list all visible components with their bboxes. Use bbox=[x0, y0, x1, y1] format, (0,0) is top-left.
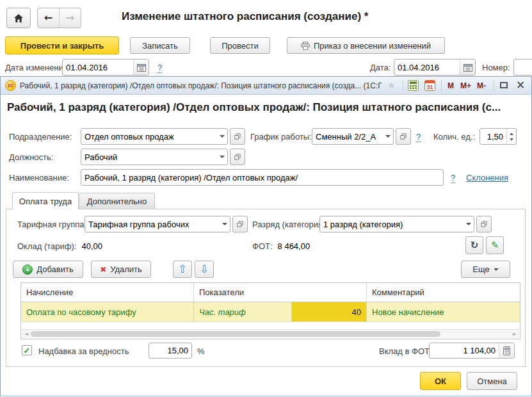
memory-m-plus-button[interactable]: M+ bbox=[460, 77, 471, 94]
close-button[interactable]: × bbox=[516, 79, 525, 90]
post-and-close-button[interactable]: Провести и закрыть bbox=[5, 36, 119, 54]
fot-contribution-field[interactable]: 1 104,00 bbox=[429, 343, 515, 359]
grade-open-button[interactable] bbox=[476, 216, 492, 232]
dropdown-button[interactable] bbox=[216, 149, 227, 165]
column-header-indicators[interactable]: Показатели bbox=[194, 283, 367, 302]
more-button[interactable]: Еще bbox=[461, 261, 510, 278]
name-help-link[interactable]: ? bbox=[451, 173, 455, 183]
cell-indicator-name[interactable]: Час. тариф bbox=[194, 302, 292, 322]
delete-row-button[interactable]: ✖ Удалить bbox=[91, 261, 151, 278]
save-button[interactable]: Записать bbox=[130, 37, 190, 54]
change-order-button[interactable]: Приказ о внесении изменений bbox=[287, 37, 445, 54]
scrollbar-thumb[interactable] bbox=[31, 331, 440, 337]
chevron-down-icon bbox=[494, 268, 499, 273]
hazard-percent-value: 15,00 bbox=[149, 343, 191, 358]
cell-accrual[interactable]: Оплата по часовому тарифу bbox=[21, 302, 194, 322]
move-down-button[interactable]: ⇩ bbox=[195, 261, 214, 278]
change-date-value: 01.04.2016 bbox=[63, 60, 133, 75]
spin-down-icon bbox=[510, 138, 513, 143]
spinner-buttons[interactable] bbox=[506, 129, 516, 144]
chevron-down-icon bbox=[220, 156, 225, 161]
calendar-button[interactable]: 31 bbox=[424, 80, 435, 93]
titlebar-separator bbox=[403, 80, 403, 91]
percent-sign: % bbox=[197, 346, 205, 356]
fot-label: ФОТ: bbox=[252, 241, 273, 251]
cancel-button[interactable]: Отмена bbox=[467, 372, 517, 390]
position-combobox[interactable]: Рабочий bbox=[81, 149, 228, 165]
tariff-group-value: Тарифная группа рабочих bbox=[85, 216, 219, 232]
work-schedule-open-button[interactable] bbox=[396, 128, 411, 145]
position-open-button[interactable] bbox=[230, 149, 245, 165]
memory-m-button[interactable]: M bbox=[447, 77, 454, 94]
delete-row-label: Удалить bbox=[110, 264, 142, 274]
schedule-help-link[interactable]: ? bbox=[416, 132, 421, 142]
delete-cross-icon: ✖ bbox=[100, 266, 106, 273]
home-button[interactable] bbox=[6, 8, 31, 28]
grade-combobox[interactable]: 1 разряд (категория) bbox=[319, 216, 474, 232]
pay-tab-panel: Тарифная группа: Тарифная группа рабочих… bbox=[6, 209, 526, 367]
doc-number-field[interactable] bbox=[513, 59, 532, 76]
post-button[interactable]: Провести bbox=[210, 37, 270, 54]
scroll-left-icon[interactable]: ◄ bbox=[22, 332, 30, 337]
cell-indicator-value[interactable]: 40 bbox=[292, 302, 367, 322]
calculator-button[interactable] bbox=[408, 80, 419, 93]
change-date-field[interactable]: 01.04.2016 bbox=[62, 59, 149, 76]
dropdown-button[interactable] bbox=[216, 129, 227, 144]
dialog-titlebar[interactable]: 1С Рабочий, 1 разряд (категория) /Отдел … bbox=[1, 77, 531, 95]
1c-app-icon: 1С bbox=[5, 80, 16, 91]
position-dialog: 1С Рабочий, 1 разряд (категория) /Отдел … bbox=[0, 76, 532, 397]
accruals-table: Начисление Показатели Комментарий Оплата… bbox=[20, 282, 520, 339]
favorites-star-icon[interactable]: ★ bbox=[387, 81, 396, 90]
change-date-label: Дата изменений: bbox=[5, 63, 70, 72]
back-button[interactable]: ← bbox=[38, 8, 60, 28]
page-title: Изменение штатного расписания (создание)… bbox=[122, 10, 368, 23]
table-header-row: Начисление Показатели Комментарий bbox=[21, 283, 520, 302]
doc-calendar-picker-button[interactable] bbox=[460, 60, 475, 75]
hazard-checkbox[interactable]: ✓ bbox=[22, 345, 32, 355]
add-row-button[interactable]: + Добавить bbox=[13, 261, 83, 278]
department-open-button[interactable] bbox=[230, 128, 245, 145]
name-field[interactable]: Рабочий, 1 разряд (категория) /Отдел опт… bbox=[81, 169, 444, 186]
printer-icon bbox=[301, 42, 310, 50]
memory-m-minus-button[interactable]: M- bbox=[477, 77, 486, 94]
units-spinner[interactable]: 1,50 bbox=[480, 128, 517, 145]
recalculate-button[interactable]: ↻ bbox=[465, 236, 483, 254]
arrow-down-icon: ⇩ bbox=[200, 264, 209, 275]
hazard-label: Надбавка за вредность bbox=[38, 346, 129, 356]
maximize-button[interactable] bbox=[500, 82, 508, 88]
spin-up-icon bbox=[510, 131, 513, 135]
horizontal-scrollbar[interactable]: ◄ ► bbox=[22, 329, 519, 338]
cell-comment[interactable]: Новое начисление bbox=[367, 302, 520, 322]
tariff-group-open-button[interactable] bbox=[232, 216, 248, 232]
department-combobox[interactable]: Отдел оптовых продаж bbox=[81, 128, 228, 145]
hazard-percent-field[interactable]: 15,00 bbox=[149, 343, 192, 359]
change-date-help-link[interactable]: ? bbox=[157, 63, 162, 73]
calendar-picker-button[interactable] bbox=[133, 60, 149, 75]
work-schedule-label: График работы: bbox=[250, 132, 312, 142]
column-header-accrual[interactable]: Начисление bbox=[21, 283, 194, 302]
dropdown-button[interactable] bbox=[382, 129, 393, 144]
tariff-group-combobox[interactable]: Тарифная группа рабочих bbox=[85, 216, 230, 232]
edit-button[interactable]: ✎ bbox=[486, 236, 504, 254]
open-in-window-icon bbox=[237, 220, 243, 228]
dropdown-button[interactable] bbox=[463, 216, 474, 232]
dropdown-button[interactable] bbox=[219, 216, 230, 232]
forward-button[interactable]: → bbox=[60, 8, 81, 28]
ok-button[interactable]: ОК bbox=[420, 372, 461, 390]
tab-pay[interactable]: Оплата труда bbox=[12, 192, 79, 209]
calculator-icon bbox=[408, 80, 419, 91]
move-up-button[interactable]: ⇧ bbox=[173, 261, 192, 278]
department-value: Отдел оптовых продаж bbox=[81, 129, 216, 144]
doc-date-field[interactable]: 01.04.2016 bbox=[394, 59, 476, 76]
work-schedule-combobox[interactable]: Сменный 2/2_А bbox=[312, 128, 394, 145]
doc-number-label: Номер: bbox=[482, 63, 510, 72]
declensions-link[interactable]: Склонения bbox=[466, 173, 508, 182]
scroll-right-icon[interactable]: ► bbox=[511, 332, 519, 337]
calculator-field-button[interactable] bbox=[499, 343, 514, 358]
pencil-icon: ✎ bbox=[491, 241, 499, 250]
tab-additional[interactable]: Дополнительно bbox=[79, 193, 155, 209]
calendar-icon bbox=[463, 63, 472, 72]
table-row[interactable]: Оплата по часовому тарифу Час. тариф 40 … bbox=[21, 302, 520, 322]
chevron-down-icon bbox=[385, 135, 391, 140]
column-header-comment[interactable]: Комментарий bbox=[367, 283, 520, 302]
